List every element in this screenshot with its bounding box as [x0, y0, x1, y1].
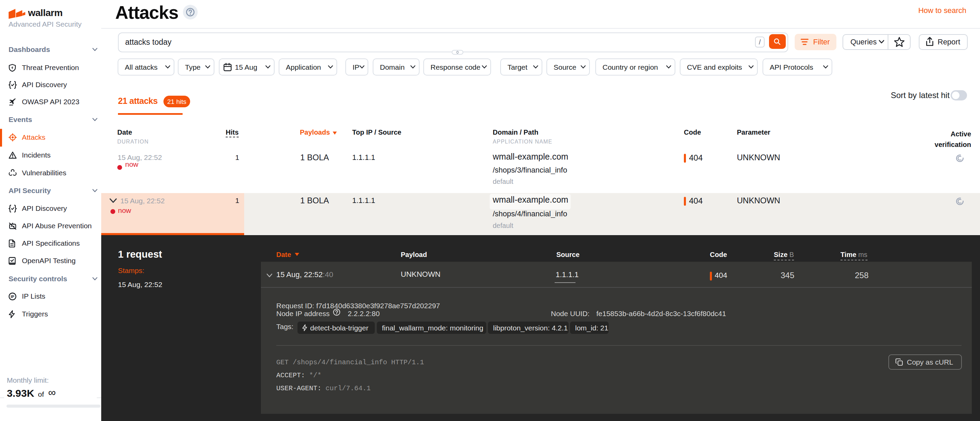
- svg-text:IP: IP: [11, 295, 14, 299]
